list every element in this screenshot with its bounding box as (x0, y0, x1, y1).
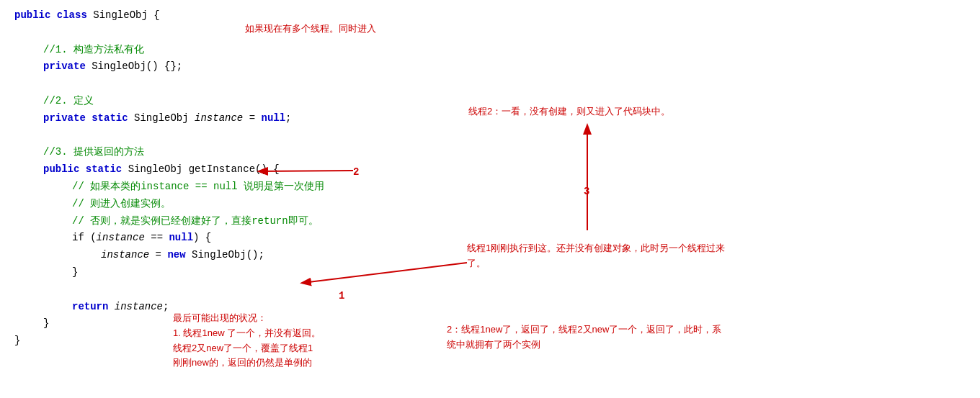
annotation-number2: 2 (353, 164, 359, 181)
code-line-10: public static SingleObj getInstance() { (14, 161, 966, 178)
code-line-4: private SingleObj() {}; (14, 58, 966, 76)
code-line-5 (14, 76, 966, 93)
code-line-13: // 否则，就是实例已经创建好了，直接return即可。 (14, 213, 966, 230)
code-line-12: // 则进入创建实例。 (14, 196, 966, 213)
code-line-1: public class SingleObj { (14, 7, 966, 24)
annotation-bottom-left: 最后可能出现的状况： 1. 线程1new 了一个，并没有返回。 线程2又new了… (173, 311, 321, 371)
code-line-9: //3. 提供返回的方法 (14, 144, 966, 161)
annotation-bottom-right: 2：线程1new了，返回了，线程2又new了一个，返回了，此时，系 统中就拥有了… (447, 322, 721, 353)
code-container: public class SingleObj { //1. 构造方法私有化 pr… (0, 0, 980, 357)
code-line-2 (14, 24, 966, 42)
code-line-3: //1. 构造方法私有化 (14, 42, 966, 59)
code-line-17 (14, 281, 966, 299)
annotation-number1: 1 (339, 288, 344, 305)
annotation-right-thread2: 线程2：一看，没有创建，则又进入了代码块中。 (468, 104, 670, 119)
annotation-top-center: 如果现在有多个线程。同时进入 (245, 22, 376, 36)
code-line-11: // 如果本类的instance == null 说明是第一次使用 (14, 178, 966, 196)
code-line-8 (14, 127, 966, 145)
code-line-18: return instance; (14, 299, 966, 316)
annotation-number3: 3 (584, 184, 589, 201)
annotation-right-thread1: 线程1刚刚执行到这。还并没有创建对象，此时另一个线程过来了。 (467, 241, 741, 271)
